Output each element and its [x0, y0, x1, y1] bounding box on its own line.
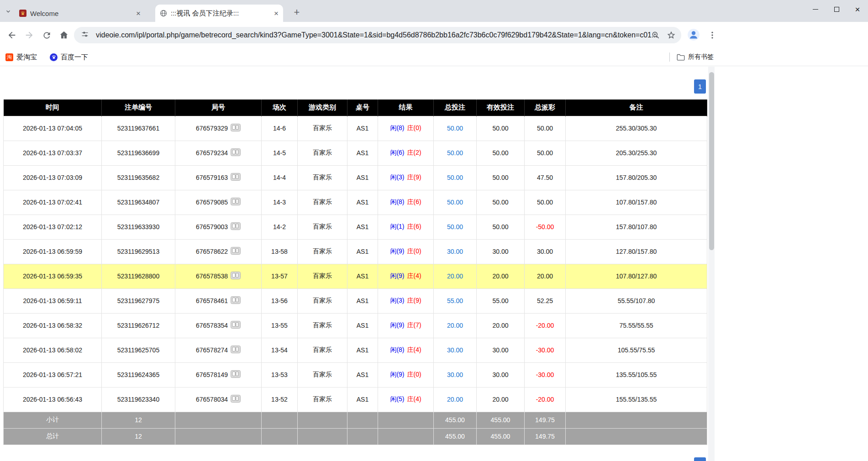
- url-bar[interactable]: videoie.com/ipl/portal.php/game/betrecor…: [74, 27, 681, 43]
- bookmark-label: 百度一下: [61, 53, 88, 62]
- round-preview-icon[interactable]: [231, 222, 241, 231]
- cell-game-type: 百家乐: [313, 346, 332, 353]
- scrollbar[interactable]: [708, 67, 715, 461]
- maximize-button[interactable]: [826, 0, 847, 18]
- cell-game-type: 百家乐: [313, 297, 332, 304]
- cell-table-no: AS1: [357, 149, 368, 157]
- table-row[interactable]: 2026-01-13 07:03:37 523119636699 6765792…: [4, 141, 707, 165]
- scrollbar-thumb[interactable]: [709, 72, 714, 250]
- bookmark-star-icon[interactable]: [666, 30, 677, 41]
- result-banker: 庄(9): [407, 297, 421, 304]
- cell-game-type: 百家乐: [313, 149, 332, 156]
- cell-game-type: 百家乐: [313, 223, 332, 230]
- cell-payout: 30.00: [537, 248, 553, 255]
- table-row[interactable]: 2026-01-13 06:59:59 523119629513 6765786…: [4, 239, 707, 264]
- cell-table-no: AS1: [357, 272, 368, 280]
- summary-row: 小计 12 455.00 455.00 149.75: [4, 412, 707, 428]
- round-preview-icon[interactable]: [231, 296, 241, 305]
- cell-session: 14-4: [273, 174, 286, 181]
- cell-time: 2026-01-13 06:57:21: [23, 371, 82, 378]
- cell-remark: 75.55/55.55: [620, 322, 653, 329]
- new-tab-button[interactable]: +: [290, 6, 303, 19]
- cell-bet-id: 523119623340: [117, 396, 159, 403]
- cell-session: 13-55: [271, 322, 288, 329]
- table-row[interactable]: 2026-01-13 07:02:41 523119634807 6765790…: [4, 190, 707, 215]
- cell-game-type: 百家乐: [313, 395, 332, 403]
- cell-time: 2026-01-13 06:58:02: [23, 346, 82, 354]
- cell-time: 2026-01-13 07:04:05: [23, 125, 82, 132]
- bookmark-baidu[interactable]: 百度一下: [50, 53, 88, 62]
- table-row[interactable]: 2026-01-13 06:59:35 523119628800 6765785…: [4, 264, 707, 288]
- tab-bet-records[interactable]: :::视讯 会员下注纪录::: ×: [155, 5, 283, 22]
- taobao-icon: 淘: [5, 53, 13, 61]
- cell-remark: 107.80/157.80: [616, 199, 657, 206]
- back-button[interactable]: [6, 30, 17, 41]
- cell-total-bet: 30.00: [447, 371, 463, 378]
- table-row[interactable]: 2026-01-13 06:59:11 523119627975 6765784…: [4, 288, 707, 313]
- round-preview-icon[interactable]: [231, 247, 241, 256]
- round-preview-icon[interactable]: [231, 370, 241, 379]
- table-row[interactable]: 2026-01-13 07:02:12 523119633930 6765790…: [4, 215, 707, 239]
- result-player: 闲(8): [390, 198, 404, 205]
- cell-bet-id: 523119629513: [117, 248, 159, 255]
- zoom-icon[interactable]: [650, 30, 661, 41]
- cell-round: 676579234: [196, 149, 228, 157]
- table-row[interactable]: 2026-01-13 06:58:32 523119626712 6765783…: [4, 313, 707, 338]
- column-header: 时间: [4, 100, 102, 116]
- cell-valid-bet: 30.00: [492, 248, 508, 255]
- pagination-page-1-bottom[interactable]: 1: [694, 457, 706, 461]
- summary-count: 12: [135, 433, 142, 440]
- cell-table-no: AS1: [357, 199, 368, 206]
- cell-game-type: 百家乐: [313, 272, 332, 279]
- round-preview-icon[interactable]: [231, 173, 241, 182]
- cell-total-bet: 20.00: [447, 272, 463, 280]
- url-text: videoie.com/ipl/portal.php/game/betrecor…: [96, 31, 658, 39]
- close-tab-icon[interactable]: ×: [274, 10, 279, 17]
- home-button[interactable]: [58, 30, 69, 41]
- table-row[interactable]: 2026-01-13 07:04:05 523119637661 6765793…: [4, 116, 707, 141]
- all-bookmarks[interactable]: 所有书签: [669, 48, 714, 66]
- cell-game-type: 百家乐: [313, 371, 332, 378]
- reload-button[interactable]: [41, 30, 52, 41]
- close-tab-icon[interactable]: ×: [136, 10, 141, 17]
- round-preview-icon[interactable]: [231, 395, 241, 404]
- close-window-button[interactable]: ×: [847, 0, 868, 18]
- menu-dots-icon[interactable]: [707, 30, 718, 41]
- cell-table-no: AS1: [357, 174, 368, 181]
- cell-session: 13-56: [271, 297, 288, 304]
- pagination-page-1-top[interactable]: 1: [694, 79, 706, 94]
- cell-session: 13-53: [271, 371, 288, 378]
- round-preview-icon[interactable]: [231, 346, 241, 355]
- cell-total-bet: 50.00: [447, 125, 463, 132]
- column-header: 总派彩: [525, 100, 566, 116]
- table-row[interactable]: 2026-01-13 06:58:02 523119625705 6765782…: [4, 338, 707, 362]
- table-row[interactable]: 2026-01-13 06:56:43 523119623340 6765780…: [4, 387, 707, 412]
- forward-button[interactable]: [24, 30, 35, 41]
- cell-valid-bet: 50.00: [492, 174, 508, 181]
- round-preview-icon[interactable]: [231, 321, 241, 330]
- round-preview-icon[interactable]: [231, 272, 241, 281]
- result-player: 闲(8): [390, 124, 404, 131]
- chevron-down-icon[interactable]: [4, 7, 13, 16]
- cell-valid-bet: 20.00: [492, 272, 508, 280]
- window-controls: ×: [805, 0, 868, 18]
- cell-payout: -20.00: [536, 396, 554, 403]
- result-banker: 庄(9): [407, 173, 421, 181]
- table-row[interactable]: 2026-01-13 06:57:21 523119624365 6765781…: [4, 362, 707, 387]
- column-header: 局号: [175, 100, 262, 116]
- profile-avatar[interactable]: [687, 28, 700, 42]
- cell-remark: 157.80/107.80: [616, 223, 657, 230]
- result-player: 闲(1): [390, 223, 404, 230]
- round-preview-icon[interactable]: [231, 124, 241, 133]
- summary-label: 小计: [46, 416, 59, 423]
- bookmark-taobao[interactable]: 淘 爱淘宝: [5, 53, 37, 62]
- round-preview-icon[interactable]: [231, 148, 241, 157]
- table-row[interactable]: 2026-01-13 07:03:09 523119635682 6765791…: [4, 165, 707, 190]
- round-preview-icon[interactable]: [231, 198, 241, 207]
- summary-valid-bet: 455.00: [491, 416, 510, 424]
- tab-welcome[interactable]: ♛ Welcome ×: [15, 5, 145, 22]
- minimize-button[interactable]: [805, 0, 826, 18]
- cell-payout: -30.00: [536, 371, 554, 378]
- column-header: 场次: [262, 100, 298, 116]
- site-settings-icon[interactable]: [80, 30, 90, 41]
